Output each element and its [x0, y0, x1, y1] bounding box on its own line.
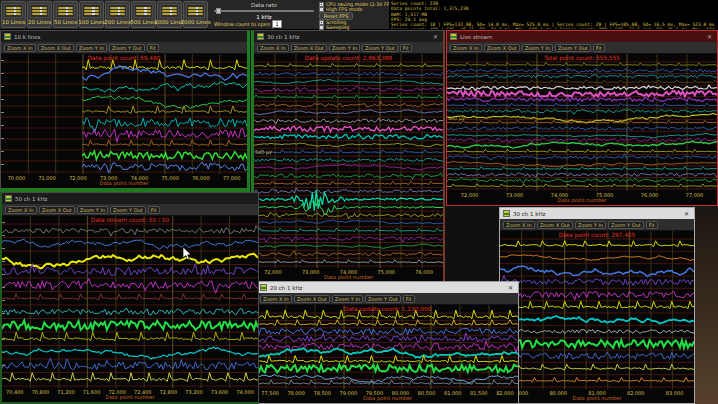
menu-zoom-y-in[interactable]: Zoom Y In	[522, 44, 553, 52]
window-titlebar[interactable]: 50 ch 1 kHz	[2, 193, 258, 204]
lines-button-20[interactable]: 20 Lines	[27, 1, 52, 28]
signal-trace	[2, 239, 258, 249]
menu-zoom-x-in[interactable]: Zoom X In	[450, 44, 482, 52]
signal-trace	[447, 80, 717, 83]
menu-zoom-x-out[interactable]: Zoom X Out	[537, 221, 573, 229]
menu-zoom-y-in[interactable]: Zoom Y In	[77, 206, 108, 214]
signal-trace	[254, 251, 443, 256]
signal-trace	[257, 348, 518, 358]
chart-preview-icon	[56, 4, 75, 18]
menu-fit[interactable]: Fit	[646, 221, 658, 229]
sweeping-checkbox[interactable]: Sweeping	[319, 25, 387, 30]
waveform-canvas[interactable]	[257, 305, 518, 389]
close-icon[interactable]: ✕	[431, 33, 440, 40]
lines-button-10[interactable]: 10 Lines	[1, 1, 26, 28]
signal-trace	[254, 199, 443, 214]
data-rate-slider[interactable]	[214, 8, 314, 14]
menu-zoom-y-in[interactable]: Zoom Y In	[76, 44, 107, 52]
lines-button-200[interactable]: 200 Lines	[105, 1, 130, 28]
signal-trace	[2, 254, 258, 268]
checkbox-icon	[319, 7, 324, 12]
menu-zoom-y-out[interactable]: Zoom Y Out	[362, 44, 398, 52]
close-icon[interactable]: ✕	[705, 33, 714, 40]
window-titlebar[interactable]: 20 ch 1 kHz✕	[257, 282, 518, 293]
stats-console: Series count: 230 Data points total: 1,3…	[389, 0, 718, 29]
menu-zoom-x-in[interactable]: Zoom X In	[260, 295, 292, 303]
signal-trace	[2, 347, 258, 359]
lines-button-50[interactable]: 50 Lines	[53, 1, 78, 28]
menu-zoom-x-out[interactable]: Zoom X Out	[484, 44, 520, 52]
menu-zoom-y-out[interactable]: Zoom Y Out	[365, 295, 401, 303]
lines-button-1000[interactable]: 1000 Lines	[157, 1, 182, 28]
chart-preview-icon	[4, 4, 23, 18]
signal-trace	[500, 301, 694, 308]
waveform-canvas[interactable]	[254, 54, 443, 268]
console-line: Series count: 100 | FPS= 48.31, SD= 24.3…	[391, 27, 716, 29]
signal-trace	[500, 266, 694, 277]
close-icon[interactable]: ✕	[682, 210, 691, 217]
lines-button-500[interactable]: 500 Lines	[131, 1, 156, 28]
menu-zoom-y-out[interactable]: Zoom Y Out	[608, 221, 644, 229]
menu-zoom-x-in[interactable]: Zoom X In	[257, 44, 289, 52]
menu-fit[interactable]: Fit	[403, 295, 415, 303]
signal-trace	[447, 74, 717, 78]
signal-trace	[2, 226, 258, 236]
menu-zoom-y-in[interactable]: Zoom Y In	[329, 44, 360, 52]
menu-fit[interactable]: Fit	[147, 44, 159, 52]
lines-button-label: 20 Lines	[28, 19, 51, 25]
plot-area[interactable]: Data update count: 2,863,389500 µV	[254, 54, 443, 268]
menu-fit[interactable]: Fit	[148, 206, 160, 214]
window-count-input[interactable]	[272, 20, 282, 28]
menu-fit[interactable]: Fit	[400, 44, 412, 52]
x-tick-label: 83,000	[666, 390, 684, 396]
plot-area[interactable]: Data stream count: 50 / 50	[2, 216, 258, 388]
menu-zoom-y-in[interactable]: Zoom Y In	[575, 221, 606, 229]
menu-zoom-x-out[interactable]: Zoom X Out	[291, 44, 327, 52]
waveform-canvas[interactable]	[1, 54, 247, 174]
window-titlebar[interactable]: Live stream✕	[447, 31, 717, 42]
lines-button-label: 100 Lines	[78, 19, 105, 25]
waveform-canvas[interactable]	[2, 216, 258, 388]
menu-zoom-x-in[interactable]: Zoom X In	[503, 221, 535, 229]
menu-zoom-x-out[interactable]: Zoom X Out	[38, 44, 74, 52]
signal-trace	[257, 356, 518, 363]
slider-thumb[interactable]	[216, 8, 221, 14]
plot-area[interactable]: Data point count: 297,405500 µV	[500, 231, 694, 389]
plot-area[interactable]: Data point count: 59,490	[1, 54, 247, 174]
x-axis: 70,00071,00072,00073,00074,00075,00076,0…	[1, 174, 247, 188]
reset-fps-button[interactable]: Reset FPS	[319, 12, 353, 20]
window-titlebar[interactable]: 30 ch 1 kHz✕	[254, 31, 443, 42]
close-icon[interactable]: ✕	[506, 284, 515, 291]
menu-zoom-x-out[interactable]: Zoom X Out	[39, 206, 75, 214]
menu-zoom-y-out[interactable]: Zoom Y Out	[109, 44, 145, 52]
menu-zoom-y-in[interactable]: Zoom Y In	[332, 295, 363, 303]
lines-button-2000[interactable]: 2000 Lines	[183, 1, 208, 28]
plot-menu: Zoom X InZoom X OutZoom Y InZoom Y OutFi…	[1, 42, 247, 54]
lines-button-label: 50 Lines	[54, 19, 77, 25]
signal-trace	[254, 95, 443, 98]
plot-area[interactable]: Total point count: 555,555500 µV	[447, 54, 717, 191]
menu-zoom-y-out[interactable]: Zoom Y Out	[555, 44, 591, 52]
plot-area[interactable]: Data update count: 1,230,000	[257, 305, 518, 389]
menu-zoom-x-out[interactable]: Zoom X Out	[294, 295, 330, 303]
x-tick-label: 74,000	[236, 389, 254, 395]
signal-trace	[254, 228, 443, 231]
x-tick-label: 78,500	[313, 390, 331, 396]
app-icon	[257, 33, 264, 40]
waveform-canvas[interactable]	[447, 54, 717, 191]
signal-trace	[447, 98, 717, 102]
x-tick-label: 71,000	[38, 175, 56, 181]
lines-button-100[interactable]: 100 Lines	[79, 1, 104, 28]
menu-fit[interactable]: Fit	[593, 44, 605, 52]
x-axis-label: Data point number	[254, 275, 443, 280]
waveform-canvas[interactable]	[500, 231, 694, 389]
menu-zoom-y-out[interactable]: Zoom Y Out	[110, 206, 146, 214]
plot-menu: Zoom X InZoom X OutZoom Y InZoom Y OutFi…	[447, 42, 717, 54]
menu-zoom-x-in[interactable]: Zoom X In	[4, 44, 36, 52]
x-axis: 72,00073,00074,00075,00076,00077,000Data…	[447, 191, 717, 205]
window-titlebar[interactable]: 30 ch 1 kHz✕	[500, 208, 694, 219]
menu-zoom-x-in[interactable]: Zoom X In	[5, 206, 37, 214]
window-titlebar[interactable]: 10 k lines	[1, 31, 247, 42]
checkbox-icon	[319, 25, 324, 30]
plot-menu: Zoom X InZoom X OutZoom Y InZoom Y OutFi…	[2, 204, 258, 216]
